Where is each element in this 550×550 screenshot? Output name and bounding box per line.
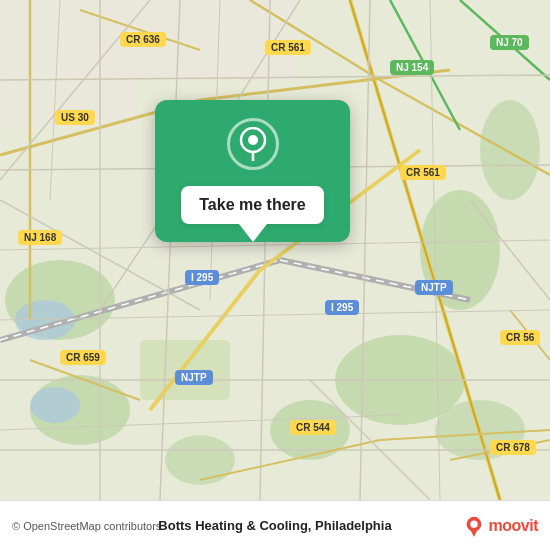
road-label-nj-154: NJ 154 [390,60,434,75]
road-label-cr-544: CR 544 [290,420,336,435]
road-label-njtp: NJTP [415,280,453,295]
moovit-logo[interactable]: moovit [463,515,538,537]
road-label-cr-56: CR 56 [500,330,540,345]
location-pin-icon [238,127,268,161]
business-name: Botts Heating & Cooling, Philadelphia [158,518,391,533]
svg-point-9 [480,100,540,200]
road-label-nj-168: NJ 168 [18,230,62,245]
road-label-cr-659: CR 659 [60,350,106,365]
location-popup[interactable]: Take me there [155,100,350,242]
popup-tail [239,224,267,242]
road-label-cr-561: CR 561 [265,40,311,55]
road-label-i-295: I 295 [325,300,359,315]
moovit-text: moovit [489,517,538,535]
road-label-nj-70: NJ 70 [490,35,529,50]
road-label-njtp: NJTP [175,370,213,385]
svg-point-59 [470,520,477,527]
map-area[interactable]: CR 636CR 561NJ 154US 30CR 561NJ 168I 295… [0,0,550,500]
map-svg [0,0,550,500]
moovit-icon [463,515,485,537]
take-me-there-button[interactable]: Take me there [181,186,323,224]
bottom-bar: © OpenStreetMap contributors Botts Heati… [0,500,550,550]
road-label-cr-678: CR 678 [490,440,536,455]
svg-point-56 [248,135,258,145]
location-icon-circle [227,118,279,170]
svg-point-11 [30,387,80,423]
svg-point-7 [165,435,235,485]
road-label-us-30: US 30 [55,110,95,125]
svg-marker-58 [469,527,478,536]
road-label-cr-561: CR 561 [400,165,446,180]
road-label-cr-636: CR 636 [120,32,166,47]
road-label-i-295: I 295 [185,270,219,285]
